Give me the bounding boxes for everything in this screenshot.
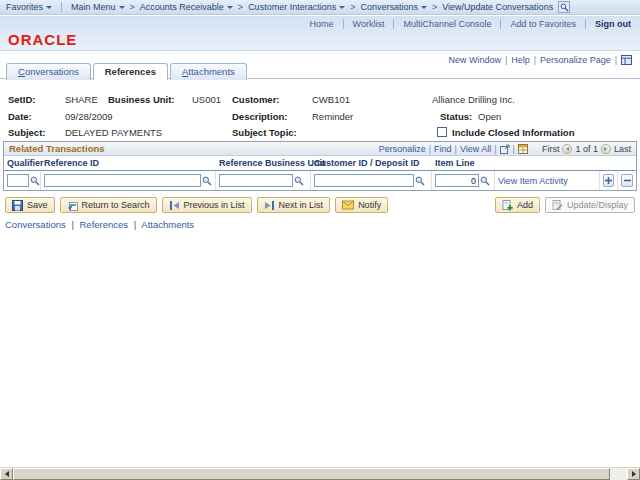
personalize-link[interactable]: Personalize (379, 144, 426, 154)
tab-attachments[interactable]: Attachments (170, 63, 247, 80)
include-closed-checkbox[interactable] (437, 127, 447, 137)
grid-title: Related Transactions (9, 143, 105, 154)
view-item-activity-link[interactable]: View Item Activity (498, 176, 568, 186)
scrollbar-thumb[interactable] (13, 468, 610, 480)
breadcrumb-separator (432, 2, 437, 12)
customer-label: Customer: (232, 94, 280, 105)
home-link[interactable]: Home (301, 19, 343, 29)
page-action-bar: New Window Help Personalize Page (448, 55, 632, 65)
breadcrumb-accounts-receivable[interactable]: Accounts Receivable (140, 2, 233, 12)
view-all-link[interactable]: View All (460, 144, 491, 154)
breadcrumb: Favorites Main Menu Accounts Receivable … (0, 0, 640, 15)
pager-first-label[interactable]: First (542, 144, 560, 154)
notify-button[interactable]: Notify (335, 197, 388, 213)
table-row: View Item Activity (4, 171, 636, 190)
reference-business-unit-input[interactable] (219, 174, 293, 187)
item-line-input[interactable] (435, 174, 479, 187)
sign-out-link[interactable]: Sign out (585, 19, 634, 29)
add-button[interactable]: Add (495, 197, 540, 213)
add-to-favorites-link[interactable]: Add to Favorites (500, 19, 585, 29)
update-page-icon (552, 200, 563, 211)
grid-column-headers: Qualifier Reference ID Reference Busines… (4, 156, 636, 171)
pager-previous-icon[interactable] (562, 144, 572, 154)
column-header-reference-id: Reference ID (41, 156, 216, 170)
add-page-icon (502, 200, 513, 211)
find-link[interactable]: Find (434, 144, 452, 154)
grid-header-bar: Related Transactions Personalize Find Vi… (4, 142, 636, 156)
return-arrow-icon (67, 200, 78, 211)
chevron-down-icon (46, 6, 52, 9)
pager-last-label[interactable]: Last (614, 144, 631, 154)
status-label: Status: (440, 111, 472, 122)
customer-deposit-id-input[interactable] (314, 174, 414, 187)
previous-in-list-button[interactable]: Previous in List (162, 197, 252, 213)
reference-id-input[interactable] (44, 174, 201, 187)
help-link[interactable]: Help (511, 55, 530, 65)
footer-attachments-link[interactable]: Attachments (141, 219, 194, 230)
notify-envelope-icon (342, 200, 354, 210)
qualifier-input[interactable] (7, 174, 29, 187)
delete-row-button[interactable] (621, 174, 633, 187)
page-footer-links: Conversations References Attachments (5, 219, 194, 230)
breadcrumb-separator (350, 2, 355, 12)
breadcrumb-separator (238, 2, 243, 12)
peoplesoft-window: Favorites Main Menu Accounts Receivable … (0, 0, 640, 480)
subject-topic-label: Subject Topic: (232, 127, 297, 138)
date-value: 09/28/2009 (65, 111, 113, 122)
column-header-item-line: Item Line (432, 156, 495, 170)
add-row-button[interactable] (603, 174, 614, 187)
related-transactions-grid: Related Transactions Personalize Find Vi… (3, 141, 637, 191)
chevron-down-icon (119, 6, 125, 9)
breadcrumb-current-page: View/Update Conversations (442, 2, 553, 12)
item-line-lookup-magnifier-icon[interactable] (480, 176, 490, 186)
next-arrow-icon (264, 200, 275, 211)
breadcrumb-conversations[interactable]: Conversations (360, 2, 427, 12)
update-display-button[interactable]: Update/Display (545, 197, 635, 213)
reference-business-unit-lookup-magnifier-icon[interactable] (294, 176, 304, 186)
customer-name: Alliance Drilling Inc. (432, 94, 515, 105)
favorites-menu[interactable]: Favorites (6, 2, 52, 12)
scrollbar-track[interactable] (610, 468, 627, 480)
breadcrumb-customer-interactions[interactable]: Customer Interactions (248, 2, 345, 12)
header: Home Worklist MultiChannel Console Add t… (0, 16, 640, 51)
footer-references-link[interactable]: References (79, 219, 128, 230)
new-window-link[interactable]: New Window (448, 55, 501, 65)
horizontal-scrollbar[interactable] (0, 467, 640, 480)
setid-label: SetID: (8, 94, 35, 105)
oracle-logo: ORACLE (8, 31, 77, 48)
business-unit-value: US001 (192, 94, 221, 105)
subject-label: Subject: (8, 127, 45, 138)
breadcrumb-separator (130, 2, 135, 12)
description-value: Reminder (312, 111, 353, 122)
chevron-down-icon (227, 6, 233, 9)
personalize-grid-icon[interactable] (621, 55, 632, 65)
save-button[interactable]: Save (5, 197, 55, 213)
business-unit-label: Business Unit: (108, 94, 175, 105)
date-label: Date: (8, 111, 32, 122)
personalize-page-link[interactable]: Personalize Page (540, 55, 611, 65)
worklist-link[interactable]: Worklist (343, 19, 394, 29)
tab-bar: Conversations References Attachments (6, 63, 247, 80)
scroll-left-arrow-icon[interactable] (0, 468, 13, 480)
description-label: Description: (232, 111, 287, 122)
breadcrumb-main-menu[interactable]: Main Menu (71, 2, 125, 12)
download-grid-icon[interactable] (518, 144, 528, 154)
pager-next-icon[interactable] (601, 144, 611, 154)
tab-references[interactable]: References (93, 63, 168, 80)
multichannel-console-link[interactable]: MultiChannel Console (393, 19, 500, 29)
reference-id-lookup-magnifier-icon[interactable] (202, 176, 212, 186)
toolbar: Save Return to Search Previous in List N… (5, 197, 635, 213)
customer-deposit-id-lookup-magnifier-icon[interactable] (415, 176, 425, 186)
scroll-right-arrow-icon[interactable] (627, 468, 640, 480)
zoom-grid-icon[interactable] (500, 144, 510, 154)
divider (61, 2, 62, 12)
tab-conversations[interactable]: Conversations (6, 63, 91, 80)
page-search-icon[interactable] (558, 1, 570, 13)
next-in-list-button[interactable]: Next in List (257, 197, 331, 213)
qualifier-lookup-magnifier-icon[interactable] (30, 176, 40, 186)
footer-conversations-link[interactable]: Conversations (5, 219, 66, 230)
chevron-down-icon (339, 6, 345, 9)
return-to-search-button[interactable]: Return to Search (60, 197, 157, 213)
column-header-customer-deposit-id: Customer ID / Deposit ID (311, 156, 432, 170)
setid-value: SHARE (65, 94, 98, 105)
